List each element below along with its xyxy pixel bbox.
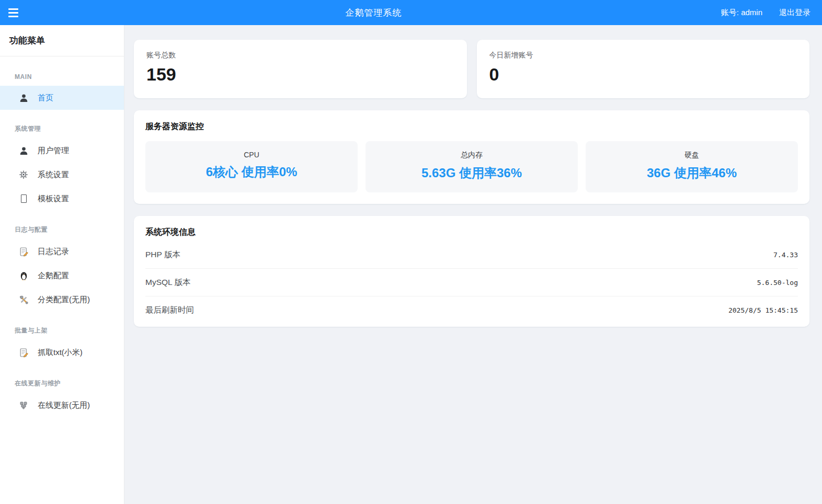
monitor-value: 6核心 使用率0% (151, 164, 352, 180)
env-row-php: PHP 版本 7.4.33 (145, 241, 798, 269)
penguin-icon (18, 270, 29, 281)
sidebar-item-log-records[interactable]: 日志记录 (0, 239, 124, 264)
sidebar-item-label: 日志记录 (38, 247, 69, 257)
sidebar-item-label: 企鹅配置 (38, 271, 69, 281)
stat-label: 今日新增账号 (489, 51, 797, 60)
monitor-label: 硬盘 (591, 151, 793, 160)
hamburger-icon (8, 8, 18, 10)
monitor-label: CPU (151, 151, 352, 159)
sidebar-title: 功能菜单 (0, 25, 124, 56)
env-label: 最后刷新时间 (145, 305, 194, 316)
sidebar: 功能菜单 MAIN 首页 系统管理 用户管理 (0, 25, 124, 504)
system-env-card: 系统环境信息 PHP 版本 7.4.33 MySQL 版本 5.6.50-log… (134, 216, 809, 327)
tools-icon (18, 294, 29, 305)
nav-section-main: MAIN (15, 73, 115, 81)
sidebar-item-label: 首页 (38, 93, 53, 103)
gear-icon (18, 169, 29, 180)
sidebar-item-template-settings[interactable]: 模板设置 (0, 187, 124, 211)
sidebar-item-category-config[interactable]: 分类配置(无用) (0, 288, 124, 312)
menu-toggle-button[interactable] (8, 4, 26, 21)
monitor-label: 总内存 (371, 151, 573, 160)
stat-value: 159 (146, 65, 454, 84)
main-content: 账号总数 159 今日新增账号 0 服务器资源监控 CPU 6核心 使用率0% … (124, 25, 822, 504)
top-bar: 企鹅管理系统 账号: admin 退出登录 (0, 0, 822, 25)
sidebar-item-system-settings[interactable]: 系统设置 (0, 163, 124, 187)
server-monitor-card: 服务器资源监控 CPU 6核心 使用率0% 总内存 5.63G 使用率36% 硬… (134, 110, 809, 204)
user-icon (18, 92, 29, 104)
sidebar-item-grab-txt[interactable]: 抓取txt(小米) (0, 340, 124, 364)
monitor-item-disk: 硬盘 36G 使用率46% (586, 141, 798, 192)
stat-card-total-accounts: 账号总数 159 (134, 40, 467, 98)
monitor-item-memory: 总内存 5.63G 使用率36% (366, 141, 578, 192)
sidebar-item-label: 系统设置 (38, 170, 69, 180)
nav-section-batch: 批量与上架 (15, 326, 115, 335)
system-env-title: 系统环境信息 (145, 227, 798, 238)
monitor-value: 5.63G 使用率36% (371, 165, 573, 181)
env-row-last-refresh: 最后刷新时间 2025/8/5 15:45:15 (145, 296, 798, 324)
monitor-item-cpu: CPU 6核心 使用率0% (145, 141, 358, 192)
env-label: PHP 版本 (145, 249, 180, 260)
memo-icon (18, 246, 29, 257)
stat-cards-row: 账号总数 159 今日新增账号 0 (134, 40, 809, 98)
sidebar-item-label: 在线更新(无用) (38, 400, 90, 410)
server-monitor-title: 服务器资源监控 (145, 121, 798, 132)
stat-value: 0 (489, 65, 797, 84)
env-value: 7.4.33 (773, 251, 798, 259)
sidebar-item-label: 抓取txt(小米) (38, 348, 83, 358)
sidebar-item-label: 模板设置 (38, 194, 69, 204)
app-title: 企鹅管理系统 (26, 7, 721, 19)
memo-icon (18, 347, 29, 358)
server-monitor-grid: CPU 6核心 使用率0% 总内存 5.63G 使用率36% 硬盘 36G 使用… (145, 141, 798, 192)
env-label: MySQL 版本 (145, 277, 190, 288)
logout-button[interactable]: 退出登录 (779, 8, 810, 18)
nav-section-logs: 日志与配置 (15, 225, 115, 234)
update-icon (18, 399, 29, 411)
env-value: 2025/8/5 15:45:15 (728, 306, 798, 314)
sidebar-item-home[interactable]: 首页 (0, 86, 124, 110)
monitor-value: 36G 使用率46% (591, 165, 793, 181)
sidebar-item-label: 用户管理 (38, 146, 69, 156)
sidebar-item-label: 分类配置(无用) (38, 295, 90, 305)
stat-card-new-accounts-today: 今日新增账号 0 (477, 40, 810, 98)
env-value: 5.6.50-log (757, 279, 798, 287)
template-icon (18, 193, 29, 204)
account-label: 账号: admin (721, 8, 762, 18)
user-icon (18, 145, 29, 156)
nav-section-system: 系统管理 (15, 124, 115, 133)
system-env-rows: PHP 版本 7.4.33 MySQL 版本 5.6.50-log 最后刷新时间… (145, 241, 798, 324)
nav-section-update: 在线更新与维护 (15, 379, 115, 388)
sidebar-item-online-update[interactable]: 在线更新(无用) (0, 393, 124, 417)
sidebar-item-user-management[interactable]: 用户管理 (0, 139, 124, 163)
stat-label: 账号总数 (146, 51, 454, 60)
env-row-mysql: MySQL 版本 5.6.50-log (145, 269, 798, 296)
sidebar-item-penguin-config[interactable]: 企鹅配置 (0, 264, 124, 288)
sidebar-nav: MAIN 首页 系统管理 用户管理 (0, 73, 124, 417)
topbar-right: 账号: admin 退出登录 (721, 8, 810, 18)
